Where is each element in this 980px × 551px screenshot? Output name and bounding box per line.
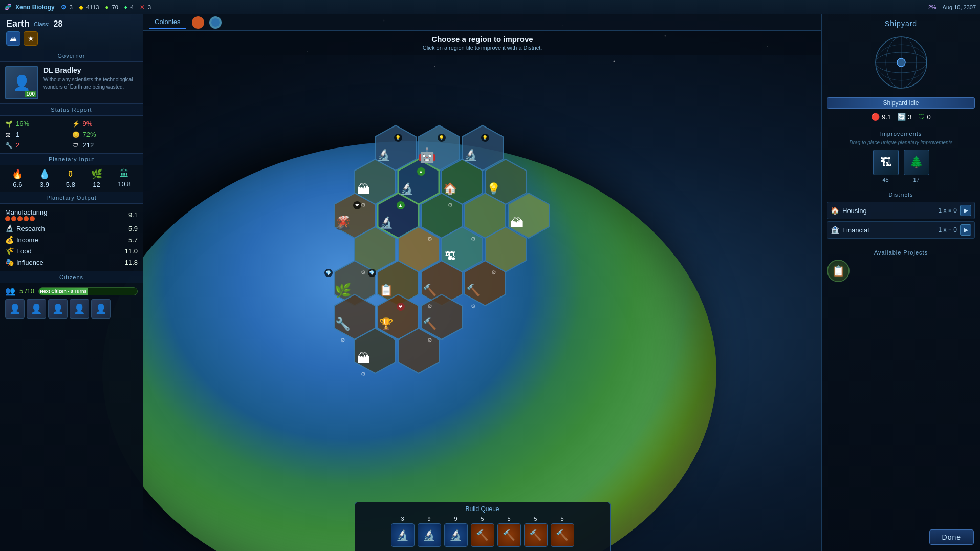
hex-gear-r4c1: ⚙ bbox=[361, 269, 366, 276]
citizen-avatar-2[interactable]: 👤 bbox=[27, 299, 46, 319]
planet-icon-terrain[interactable]: ⛰ bbox=[6, 31, 20, 46]
topbar: 🧬 Xeno Biology ⚙ 3 ◆ 4113 ● 70 ♦ 4 ✕ 3 2… bbox=[0, 0, 980, 14]
warning-section: ✕ 3 bbox=[140, 4, 151, 11]
star3 bbox=[17, 216, 23, 221]
citizen-avatar-3[interactable]: 👤 bbox=[48, 299, 68, 319]
hex-icon-r5c3: 🔨 bbox=[423, 284, 437, 297]
citizen-avatar-1[interactable]: 👤 bbox=[5, 299, 25, 319]
hex-gear-r2c3: ⚙ bbox=[448, 202, 453, 208]
left-panel: Earth Class: 28 ⛰ ★ Governor 👤 100 DL Br… bbox=[0, 14, 143, 551]
colony-planet-1[interactable] bbox=[191, 15, 205, 30]
svg-point-11 bbox=[211, 18, 220, 27]
bq-num-7: 5 bbox=[560, 516, 563, 522]
sy-icon-1: 🔴 bbox=[871, 113, 880, 121]
hex-badge-r5c2: 💎 bbox=[368, 269, 376, 277]
housing-add-button[interactable]: ▶ bbox=[960, 205, 971, 216]
input-building: 🏛 10.8 bbox=[118, 168, 130, 188]
hex-content-r5c1: 🌿 bbox=[335, 283, 351, 299]
topbar-right: 2% Aug 10, 2307 bbox=[928, 4, 976, 10]
hex-grid: 🔬 💡 🤖 💡 🔬 💡 🏔 ⚙ bbox=[143, 60, 821, 500]
hex-icon-r6c2: 🏆 bbox=[379, 317, 393, 331]
currency-resource: ◆ 4113 bbox=[79, 4, 99, 11]
improvements-section: Improvements Drag to place unique planet… bbox=[822, 126, 980, 187]
governor-desc: Without any scientists the technological… bbox=[43, 76, 138, 91]
bq-item-6[interactable]: 5 🔨 bbox=[524, 516, 548, 547]
hex-gear-r6c1: ⚙ bbox=[340, 337, 345, 344]
hex-content-r2c2: 🔬 bbox=[400, 182, 413, 196]
building-icon: 🏛 bbox=[118, 168, 130, 179]
build-queue-items: 3 🔬 9 🔬 9 🔬 5 🔨 5 🔨 5 🔨 bbox=[360, 516, 605, 547]
hex-tile-r7c1[interactable]: 🏔 ⚙ bbox=[343, 334, 384, 382]
sy-val-1: 9.1 bbox=[882, 113, 891, 121]
imp-thumb-1: 🏗 bbox=[873, 150, 899, 175]
income-icon: 💰 bbox=[5, 236, 14, 244]
growth-val: 16% bbox=[16, 120, 29, 128]
planet-icon-star[interactable]: ★ bbox=[24, 31, 38, 46]
hex-icon-r1c1: 🔬 bbox=[377, 149, 390, 162]
hex-gear-r7c1: ⚙ bbox=[361, 371, 366, 377]
bq-item-4[interactable]: 5 🔨 bbox=[471, 516, 494, 547]
governor-avatar: 👤 100 bbox=[5, 66, 38, 99]
mission-title: Choose a region to improve bbox=[147, 35, 817, 44]
sy-icon-3: 🛡 bbox=[918, 113, 925, 121]
project-icon-1[interactable]: 📋 bbox=[827, 260, 850, 282]
warning-icon: ✕ bbox=[140, 4, 145, 11]
gold-icon: ◆ bbox=[79, 4, 83, 11]
hex-badge-r3c2: ▲ bbox=[397, 201, 405, 209]
right-panel: Shipyard Shipyard Idle 🔴 9.1 🔄 3 bbox=[821, 14, 980, 551]
input-fire: 🔥 6.6 bbox=[12, 168, 23, 188]
housing-signal: ≡ bbox=[948, 208, 951, 214]
improvement-2[interactable]: 🌲 17 bbox=[904, 150, 929, 183]
imp-thumb-2: 🌲 bbox=[904, 150, 929, 175]
happiness-icon: 😊 bbox=[72, 131, 80, 138]
planet-class-label: Class: bbox=[34, 21, 50, 27]
star2 bbox=[11, 216, 16, 221]
center-area: Colonies Choose a region to improve Clic… bbox=[143, 14, 821, 551]
status-item-happiness: 😊 72% bbox=[72, 130, 138, 139]
research-val: 5.9 bbox=[128, 225, 138, 232]
bq-num-3: 9 bbox=[454, 516, 457, 522]
shipyard-title: Shipyard bbox=[827, 19, 975, 28]
fire-val: 6.6 bbox=[12, 181, 23, 188]
resource1-icon: ● bbox=[105, 4, 108, 11]
resource2-icon: ♦ bbox=[124, 4, 127, 11]
hex-icon-r5c4: 🔨 bbox=[466, 284, 480, 297]
hex-gear-r5c3: ⚙ bbox=[427, 303, 432, 310]
done-button[interactable]: Done bbox=[929, 529, 974, 545]
citizen-avatar-5[interactable]: 👤 bbox=[91, 299, 111, 319]
output-section-label: Planetary Output bbox=[0, 192, 143, 204]
imp-num-1: 45 bbox=[873, 177, 899, 183]
percent-display: 2% bbox=[928, 4, 937, 10]
influence-icon: 🎭 bbox=[5, 258, 14, 266]
hex-content-r1c2: 🤖 bbox=[418, 147, 436, 164]
citizen-person-icon: 👥 bbox=[5, 286, 15, 296]
hex-content-r1c1: 🔬 bbox=[377, 149, 390, 162]
citizen-avatar-4[interactable]: 👤 bbox=[70, 299, 89, 319]
financial-add-button[interactable]: ▶ bbox=[960, 224, 971, 236]
hex-tile-r7c2[interactable] bbox=[386, 334, 427, 382]
colony-planet-2[interactable] bbox=[208, 15, 223, 30]
bq-item-5[interactable]: 5 🔨 bbox=[497, 516, 521, 547]
citizens-header: 👥 5 /10 Next Citizen - 8 Turns bbox=[5, 286, 138, 296]
tech-icon: ⚙ bbox=[61, 4, 67, 11]
bq-item-3[interactable]: 9 🔬 bbox=[444, 516, 468, 547]
hex-gear-r5c4: ⚙ bbox=[471, 303, 476, 310]
district-housing: 🏠 Housing 1 x ≡ 0 ▶ bbox=[827, 202, 975, 219]
shield-val: 212 bbox=[83, 141, 94, 149]
hex-tile-r5c4[interactable]: 🔨 ⚙ bbox=[453, 267, 494, 314]
governor-name: DL Bradley bbox=[43, 66, 138, 74]
hex-gear-r4c4: ⚙ bbox=[491, 269, 496, 276]
plant-val: 12 bbox=[91, 181, 102, 188]
bq-item-7[interactable]: 5 🔨 bbox=[551, 516, 574, 547]
bq-icon-2: 🔬 bbox=[418, 523, 441, 547]
planet-header: Earth Class: 28 ⛰ ★ bbox=[0, 14, 143, 50]
improvement-1[interactable]: 🏗 45 bbox=[873, 150, 899, 183]
hex-gear-r2c1: ⚙ bbox=[361, 202, 366, 208]
bq-item-2[interactable]: 9 🔬 bbox=[418, 516, 441, 547]
hex-badge-r5c1: 💎 bbox=[324, 269, 333, 277]
hex-icon-r2c2: 🔬 bbox=[400, 182, 413, 196]
output-research: 🔬 Research 5.9 bbox=[5, 223, 138, 234]
colonies-tab[interactable]: Colonies bbox=[149, 16, 186, 29]
bq-item-1[interactable]: 3 🔬 bbox=[391, 516, 415, 547]
governor-section-label: Governor bbox=[0, 50, 143, 62]
